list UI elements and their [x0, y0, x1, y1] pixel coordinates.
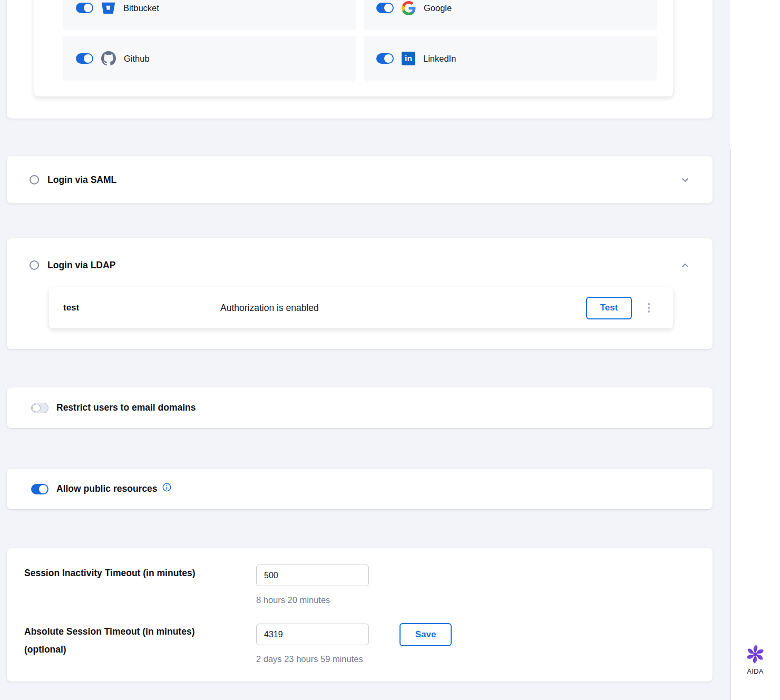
google-toggle[interactable] — [376, 3, 394, 13]
toggle-knob — [84, 54, 92, 63]
restrict-domains-card: Restrict users to email domains — [7, 387, 713, 428]
ldap-connection-status: Authorization is enabled — [220, 303, 319, 314]
absolute-timeout-label: Absolute Session Timeout (in minutes) (o… — [24, 623, 194, 658]
absolute-timeout-hint: 2 days 23 hours 59 minutes — [256, 654, 363, 664]
provider-label: LinkedIn — [423, 54, 456, 64]
provider-tile-bitbucket: Bitbucket — [63, 0, 356, 30]
toggle-knob — [384, 4, 393, 12]
public-resources-label: Allow public resources — [56, 483, 158, 494]
absolute-timeout-label-line2: (optional) — [24, 640, 194, 658]
ldap-section-title: Login via LDAP — [47, 260, 115, 271]
ldap-test-button[interactable]: Test — [586, 297, 632, 319]
ldap-radio[interactable] — [30, 260, 39, 270]
restrict-domains-label: Restrict users to email domains — [56, 402, 196, 413]
aida-launcher[interactable]: AIDA — [730, 643, 780, 675]
provider-tile-google: Google — [364, 0, 657, 30]
ldap-section-card: Login via LDAP test Authorization is ena… — [7, 238, 713, 349]
ldap-connection-card: test Authorization is enabled Test — [49, 287, 673, 328]
saml-section-title: Login via SAML — [47, 174, 116, 186]
inactivity-timeout-input[interactable] — [256, 565, 369, 586]
absolute-timeout-input[interactable] — [256, 624, 369, 645]
bitbucket-toggle[interactable] — [76, 3, 93, 13]
restrict-domains-toggle[interactable] — [31, 403, 48, 413]
oauth-providers-inner-card: Bitbucket Google — [34, 0, 673, 96]
google-icon — [402, 1, 416, 15]
provider-tile-linkedin: in LinkedIn — [364, 36, 657, 81]
session-timeout-card: Session Inactivity Timeout (in minutes) … — [7, 548, 713, 682]
toggle-knob — [84, 4, 92, 12]
toggle-knob — [384, 54, 393, 63]
aida-logo-icon — [744, 643, 766, 665]
public-resources-card: Allow public resources — [7, 469, 713, 509]
kebab-menu-icon[interactable] — [645, 300, 653, 316]
saml-radio[interactable] — [30, 175, 39, 184]
provider-label: Google — [424, 3, 452, 13]
toggle-knob — [39, 485, 47, 493]
linkedin-toggle[interactable] — [376, 53, 394, 64]
chevron-down-icon[interactable] — [680, 174, 690, 185]
aida-logo-label: AIDA — [747, 667, 764, 675]
bitbucket-icon — [101, 1, 115, 15]
github-icon — [101, 51, 116, 66]
auth-settings-page: Bitbucket Google — [0, 0, 780, 700]
aida-side-panel: AIDA — [730, 0, 780, 700]
panel-divider — [730, 149, 731, 700]
provider-label: Github — [124, 54, 150, 64]
save-button[interactable]: Save — [399, 623, 452, 646]
absolute-timeout-label-line1: Absolute Session Timeout (in minutes) — [24, 623, 194, 640]
inactivity-timeout-label: Session Inactivity Timeout (in minutes) — [24, 564, 195, 582]
saml-section-card: Login via SAML — [7, 156, 713, 203]
toggle-knob — [32, 404, 41, 412]
public-resources-toggle[interactable] — [31, 484, 48, 494]
provider-label: Bitbucket — [123, 3, 159, 13]
info-icon[interactable] — [162, 483, 171, 492]
github-toggle[interactable] — [76, 53, 93, 64]
oauth-providers-card: Bitbucket Google — [7, 0, 713, 119]
provider-tile-github: Github — [63, 36, 356, 81]
chevron-up-icon[interactable] — [680, 260, 690, 270]
inactivity-timeout-hint: 8 hours 20 minutes — [256, 595, 330, 605]
linkedin-icon: in — [402, 52, 415, 65]
ldap-connection-name: test — [63, 303, 220, 313]
